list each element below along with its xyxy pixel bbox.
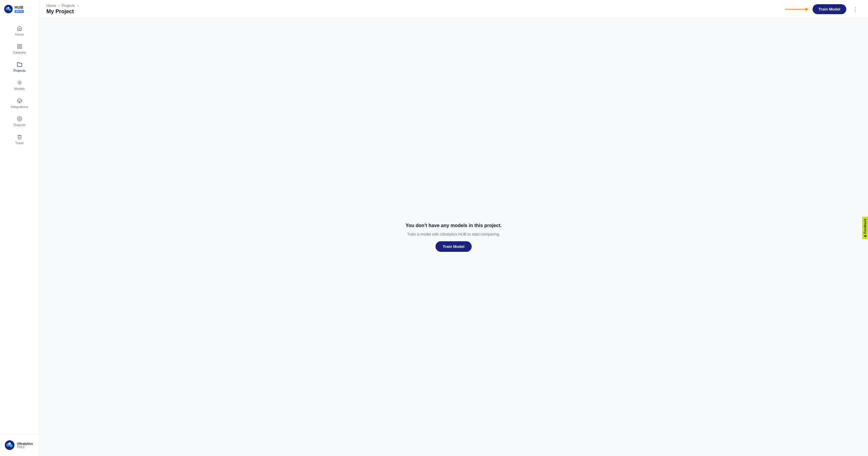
svg-line-20 [17,100,20,101]
sidebar-item-models-label: Models [14,87,25,90]
support-icon [17,116,23,122]
sidebar-item-datasets-label: Datasets [13,51,26,54]
more-options-button[interactable]: ⋮ [850,4,861,14]
main-content: Home > Projects > My Project Train Model… [39,0,868,456]
breadcrumb: Home > Projects > [46,4,79,8]
user-profile[interactable]: Ultralytics FREE [2,438,36,452]
header-actions: Train Model ⋮ [785,4,861,14]
sidebar-bottom: Ultralytics FREE [0,434,39,456]
sidebar-item-home[interactable]: Home [2,22,36,39]
svg-rect-7 [20,47,22,49]
breadcrumb-section: Home > Projects > My Project [46,4,79,15]
svg-line-16 [21,81,21,82]
sidebar-item-trash-label: Trash [16,141,24,145]
orange-arrow-icon [785,6,809,13]
empty-state-subtitle: Train a model with Ultralytics HUB to st… [407,232,500,236]
logo-hub-text: HUB [14,5,24,9]
sidebar-item-projects-label: Projects [13,69,26,73]
arrow-annotation [785,6,809,13]
logo-area: HUB BETA [0,0,39,19]
main-area: You don't have any models in this projec… [39,19,868,456]
models-icon [17,80,23,86]
breadcrumb-home[interactable]: Home [46,4,56,8]
sidebar-nav: Home Datasets Projects [0,19,39,434]
svg-line-15 [18,84,19,84]
svg-point-21 [17,117,22,121]
logo-beta-badge: BETA [14,10,24,13]
svg-rect-5 [20,44,22,46]
integrations-icon [17,98,23,104]
sidebar-item-models[interactable]: Models [2,77,36,93]
sidebar-item-trash[interactable]: Trash [2,131,36,148]
logo-text: HUB BETA [14,5,24,13]
sidebar-item-integrations[interactable]: Integrations [2,95,36,112]
empty-state-title: You don't have any models in this projec… [405,223,501,228]
breadcrumb-sep-1: > [58,4,60,8]
empty-state: You don't have any models in this projec… [405,223,501,252]
trash-icon [17,134,23,140]
more-options-icon: ⋮ [852,6,858,13]
user-plan: FREE [17,446,33,449]
sidebar-item-support-label: Support [13,123,25,127]
svg-marker-28 [805,7,809,11]
svg-line-12 [21,84,21,84]
avatar [5,440,14,450]
home-icon [17,25,23,31]
train-model-center-button[interactable]: Train Model [435,241,472,252]
svg-point-2 [8,8,11,11]
svg-rect-6 [18,47,19,49]
sidebar: HUB BETA Home [0,0,39,456]
sidebar-item-datasets[interactable]: Datasets [2,40,36,57]
sidebar-item-integrations-label: Integrations [11,105,28,109]
feedback-text: Feedback [864,219,867,234]
header: Home > Projects > My Project Train Model… [39,0,868,19]
feedback-button[interactable]: ⊕ Feedback [862,217,868,239]
svg-point-8 [19,82,20,84]
sidebar-item-home-label: Home [15,33,24,36]
feedback-label: ⊕ [864,235,867,237]
projects-icon [17,61,23,67]
svg-point-3 [7,7,9,9]
svg-line-19 [20,100,22,101]
datasets-icon [17,44,23,50]
breadcrumb-projects[interactable]: Projects [62,4,75,8]
svg-point-22 [19,118,21,120]
feedback-wrapper: ⊕ Feedback [862,217,868,239]
ultralytics-logo-icon [4,5,13,13]
logo: HUB BETA [4,5,24,13]
user-details: Ultralytics FREE [17,442,33,449]
svg-line-11 [18,81,19,82]
sidebar-item-projects[interactable]: Projects [2,58,36,76]
user-name: Ultralytics [17,442,33,446]
sidebar-item-support[interactable]: Support [2,113,36,130]
svg-point-26 [8,443,11,445]
breadcrumb-sep-2: > [76,4,79,8]
page-title: My Project [46,8,79,15]
train-model-header-button[interactable]: Train Model [812,4,846,14]
svg-rect-4 [18,44,19,46]
